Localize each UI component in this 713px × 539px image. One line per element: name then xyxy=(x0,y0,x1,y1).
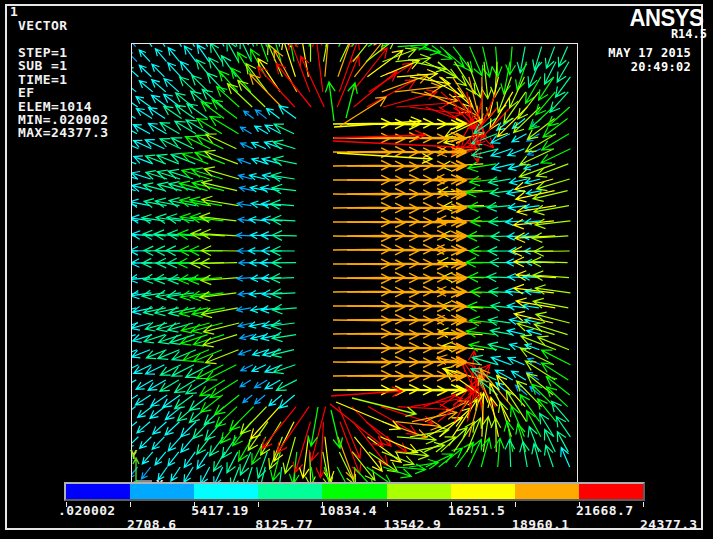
colorbar-label: 10834.4 xyxy=(319,503,377,518)
colorbar-tick xyxy=(258,502,259,507)
colorbar-segment xyxy=(579,484,643,499)
colorbar-tick xyxy=(515,502,516,507)
colorbar xyxy=(64,482,645,501)
colorbar-label: 5417.19 xyxy=(191,503,249,518)
colorbar-segment xyxy=(322,484,386,499)
colorbar-label: .020002 xyxy=(58,503,116,518)
vector-field-plot: YZX xyxy=(0,0,713,539)
triad-y-label: Y xyxy=(130,448,138,462)
colorbar-segment xyxy=(194,484,258,499)
colorbar-segment xyxy=(130,484,194,499)
colorbar-label: 24377.3 xyxy=(640,517,698,532)
colorbar-label: 8125.77 xyxy=(255,517,313,532)
colorbar-segment xyxy=(66,484,130,499)
colorbar-label: 18960.1 xyxy=(512,517,570,532)
colorbar-label: 21668.7 xyxy=(576,503,634,518)
colorbar-tick xyxy=(130,502,131,507)
colorbar-segment xyxy=(258,484,322,499)
colorbar-tick xyxy=(643,502,644,507)
vector-arrows xyxy=(116,17,571,497)
colorbar-label: 16251.5 xyxy=(448,503,506,518)
colorbar-label: 2708.6 xyxy=(127,517,176,532)
ansys-graphics-window: 1 VECTOR STEP=1SUB =1TIME=1EFELEM=1014MI… xyxy=(0,0,713,539)
colorbar-segment xyxy=(451,484,515,499)
colorbar-segment xyxy=(387,484,451,499)
colorbar-label: 13542.9 xyxy=(384,517,442,532)
colorbar-tick xyxy=(387,502,388,507)
colorbar-segment xyxy=(515,484,579,499)
